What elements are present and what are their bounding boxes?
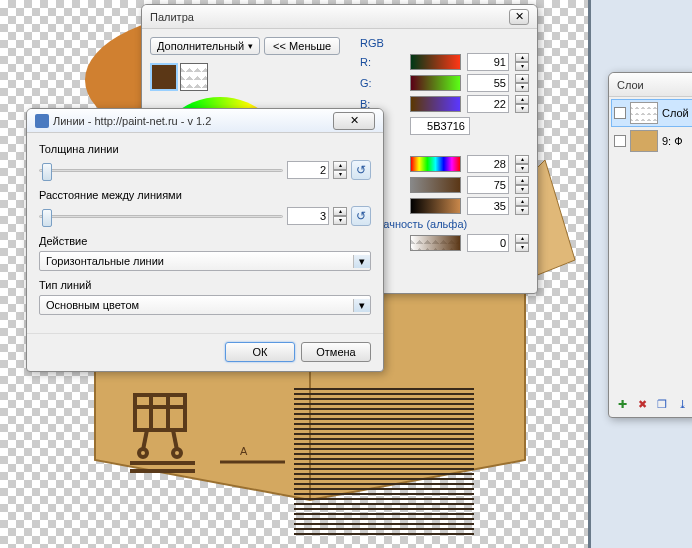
- action-combo[interactable]: Горизонтальные линии: [39, 251, 371, 271]
- primary-color-swatch[interactable]: [150, 63, 178, 91]
- palette-close-button[interactable]: ✕: [509, 9, 529, 25]
- lines-icon: [35, 114, 49, 128]
- layer-name: 9: Ф: [662, 135, 683, 147]
- v-input[interactable]: [467, 197, 509, 215]
- thickness-input[interactable]: [287, 161, 329, 179]
- layers-panel: Слои Слой 9: Ф ✚ ✖ ❐ ⤓: [608, 72, 692, 418]
- type-label: Тип линий: [39, 279, 371, 291]
- g-input[interactable]: [467, 74, 509, 92]
- s-spinner[interactable]: ▴▾: [515, 176, 529, 194]
- lines-title: Линии - http://paint-net.ru - v 1.2: [53, 115, 211, 127]
- layer-item[interactable]: Слой: [611, 99, 692, 127]
- r-spinner[interactable]: ▴▾: [515, 53, 529, 71]
- alpha-section-label: розрачность (альфа): [360, 218, 529, 230]
- thickness-reset-button[interactable]: ↺: [351, 160, 371, 180]
- alpha-spinner[interactable]: ▴▾: [515, 234, 529, 252]
- thickness-spinner[interactable]: ▴▾: [333, 161, 347, 179]
- r-label: R:: [360, 56, 404, 68]
- palette-titlebar[interactable]: Палитра ✕: [142, 5, 537, 29]
- layer-name: Слой: [662, 107, 689, 119]
- lines-close-button[interactable]: ✕: [333, 112, 375, 130]
- distance-input[interactable]: [287, 207, 329, 225]
- cancel-button[interactable]: Отмена: [301, 342, 371, 362]
- duplicate-layer-button[interactable]: ❐: [653, 395, 671, 413]
- ok-button[interactable]: ОК: [225, 342, 295, 362]
- thickness-slider[interactable]: [39, 169, 283, 172]
- b-slider[interactable]: [410, 96, 461, 112]
- s-input[interactable]: [467, 176, 509, 194]
- h-input[interactable]: [467, 155, 509, 173]
- rgb-section-label: RGB: [360, 37, 529, 49]
- action-label: Действие: [39, 235, 371, 247]
- canvas-border: [588, 0, 591, 548]
- lines-dialog: Линии - http://paint-net.ru - v 1.2 ✕ То…: [26, 108, 384, 372]
- g-label: G:: [360, 77, 404, 89]
- g-spinner[interactable]: ▴▾: [515, 74, 529, 92]
- layer-thumbnail: [630, 102, 658, 124]
- h-spinner[interactable]: ▴▾: [515, 155, 529, 173]
- palette-title: Палитра: [150, 11, 194, 23]
- distance-label: Расстояние между линиями: [39, 189, 371, 201]
- layer-visibility-checkbox[interactable]: [614, 107, 626, 119]
- color-mode-combo[interactable]: Дополнительный: [150, 37, 260, 55]
- less-button[interactable]: << Меньше: [264, 37, 340, 55]
- hex-input[interactable]: [410, 117, 470, 135]
- b-spinner[interactable]: ▴▾: [515, 95, 529, 113]
- v-spinner[interactable]: ▴▾: [515, 197, 529, 215]
- b-input[interactable]: [467, 95, 509, 113]
- s-slider[interactable]: [410, 177, 461, 193]
- distance-reset-button[interactable]: ↺: [351, 206, 371, 226]
- merge-layer-button[interactable]: ⤓: [673, 395, 691, 413]
- alpha-input[interactable]: [467, 234, 509, 252]
- r-slider[interactable]: [410, 54, 461, 70]
- layers-title: Слои: [617, 79, 644, 91]
- r-input[interactable]: [467, 53, 509, 71]
- type-combo[interactable]: Основным цветом: [39, 295, 371, 315]
- add-layer-button[interactable]: ✚: [613, 395, 631, 413]
- h-slider[interactable]: [410, 156, 461, 172]
- alpha-slider[interactable]: [410, 235, 461, 251]
- secondary-color-swatch[interactable]: [180, 63, 208, 91]
- g-slider[interactable]: [410, 75, 461, 91]
- layers-titlebar[interactable]: Слои: [609, 73, 692, 97]
- lines-titlebar[interactable]: Линии - http://paint-net.ru - v 1.2 ✕: [27, 109, 383, 133]
- layers-toolbar: ✚ ✖ ❐ ⤓: [613, 395, 692, 413]
- layer-thumbnail: [630, 130, 658, 152]
- hsv-section-label: V: [360, 139, 529, 151]
- v-slider[interactable]: [410, 198, 461, 214]
- lines-pattern-preview: [294, 385, 474, 535]
- delete-layer-button[interactable]: ✖: [633, 395, 651, 413]
- distance-slider[interactable]: [39, 215, 283, 218]
- layer-visibility-checkbox[interactable]: [614, 135, 626, 147]
- distance-spinner[interactable]: ▴▾: [333, 207, 347, 225]
- thickness-label: Толщина линии: [39, 143, 371, 155]
- letter-a: A: [240, 445, 248, 457]
- layer-item[interactable]: 9: Ф: [611, 127, 692, 155]
